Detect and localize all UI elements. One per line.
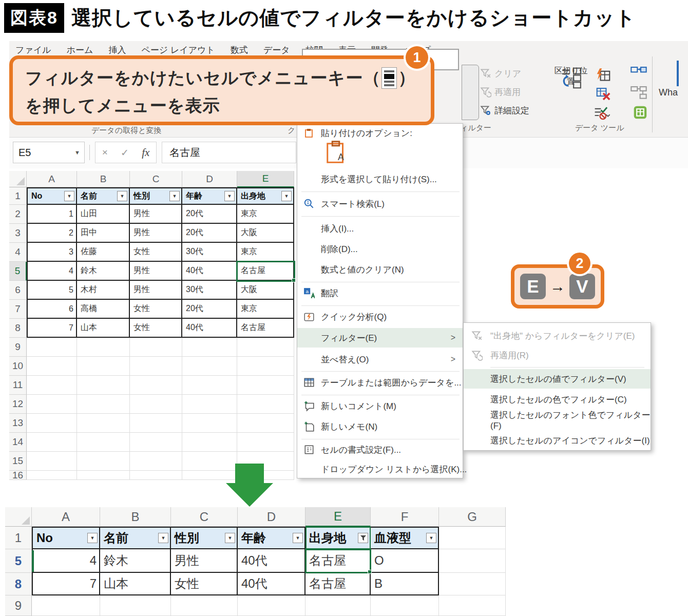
- menu-item-sort[interactable]: 並べ替え(O) >: [297, 350, 463, 369]
- row-header-selected[interactable]: 5: [9, 262, 27, 281]
- column-header-a[interactable]: A: [32, 507, 100, 527]
- cell[interactable]: [130, 395, 182, 414]
- cell[interactable]: [237, 414, 294, 433]
- menu-item-format-cells[interactable]: セルの書式設定(F)...: [297, 441, 463, 458]
- tab-formulas[interactable]: 数式: [231, 44, 248, 56]
- cell[interactable]: 女性: [130, 300, 182, 319]
- cell[interactable]: [171, 595, 238, 616]
- select-all-corner[interactable]: [9, 171, 27, 187]
- menu-item-paste-special[interactable]: 形式を選択して貼り付け(S)...: [297, 170, 463, 188]
- filter-dropdown-button[interactable]: ▼: [426, 533, 436, 543]
- filter-dropdown-button[interactable]: ▼: [117, 191, 127, 201]
- submenu-item-clear-filter[interactable]: "出身地" からフィルターをクリア(E): [464, 326, 651, 345]
- column-header-d[interactable]: D: [238, 507, 305, 527]
- cell[interactable]: [77, 357, 130, 376]
- column-header-b[interactable]: B: [77, 171, 130, 187]
- header-cell[interactable]: 性別▼: [130, 187, 182, 205]
- cell[interactable]: 田中: [77, 224, 130, 243]
- cell[interactable]: 4: [32, 549, 100, 573]
- cell[interactable]: 20代: [182, 224, 237, 243]
- cell[interactable]: 40代: [182, 319, 237, 338]
- cell[interactable]: [371, 595, 439, 616]
- row-header[interactable]: 9: [9, 338, 27, 357]
- cell[interactable]: 大阪: [237, 281, 294, 300]
- cell[interactable]: [130, 357, 182, 376]
- cell[interactable]: [27, 376, 77, 395]
- remove-duplicates-icon[interactable]: [596, 86, 611, 104]
- cell[interactable]: [439, 549, 506, 573]
- cell[interactable]: [130, 376, 182, 395]
- header-cell[interactable]: No▼: [32, 527, 100, 549]
- cell[interactable]: [130, 338, 182, 357]
- filter-dropdown-button[interactable]: ▼: [87, 533, 98, 543]
- cell[interactable]: 男性: [130, 262, 182, 281]
- row-header-1[interactable]: 1: [5, 527, 32, 549]
- cell[interactable]: 女性: [130, 319, 182, 338]
- cell[interactable]: [238, 595, 305, 616]
- data-model-icon[interactable]: [633, 105, 648, 122]
- cancel-icon[interactable]: ×: [102, 147, 108, 158]
- relationships-icon[interactable]: [630, 85, 647, 103]
- reapply-filter-button[interactable]: 再適用: [480, 84, 537, 100]
- cell[interactable]: [32, 595, 100, 616]
- tab-data[interactable]: データ: [263, 44, 290, 56]
- cell[interactable]: [237, 357, 294, 376]
- select-all-corner[interactable]: [5, 507, 32, 527]
- cell[interactable]: [130, 471, 182, 480]
- cell[interactable]: 5: [27, 281, 77, 300]
- cell[interactable]: [439, 573, 506, 595]
- header-cell[interactable]: 血液型▼: [371, 527, 439, 549]
- cell[interactable]: [130, 452, 182, 471]
- column-header-e[interactable]: E: [305, 507, 371, 527]
- cell[interactable]: 東京: [237, 205, 294, 224]
- cell-selected[interactable]: 名古屋: [305, 549, 371, 573]
- submenu-item-reapply[interactable]: 再適用(R): [464, 345, 651, 365]
- data-validation-icon[interactable]: [594, 106, 611, 123]
- filter-toggle-button-partial[interactable]: [462, 65, 479, 120]
- flash-fill-icon[interactable]: [596, 68, 611, 85]
- cell[interactable]: [130, 414, 182, 433]
- row-header[interactable]: 4: [9, 243, 27, 262]
- row-header[interactable]: 8: [9, 319, 27, 338]
- cell[interactable]: 男性: [130, 224, 182, 243]
- cell[interactable]: 山本: [100, 573, 171, 595]
- header-cell[interactable]: 名前▼: [77, 187, 130, 205]
- cell[interactable]: [27, 414, 77, 433]
- cell[interactable]: 名古屋: [237, 319, 294, 338]
- row-header[interactable]: 15: [9, 452, 27, 471]
- header-cell[interactable]: No▼: [27, 187, 77, 205]
- paste-option-button[interactable]: A: [326, 140, 346, 166]
- cell[interactable]: 1: [27, 205, 77, 224]
- tab-insert[interactable]: 挿入: [108, 44, 126, 56]
- row-header[interactable]: 6: [9, 281, 27, 300]
- cell[interactable]: 4: [27, 262, 77, 281]
- cell[interactable]: 40代: [238, 573, 305, 595]
- cell[interactable]: 30代: [182, 243, 237, 262]
- cell[interactable]: [77, 414, 130, 433]
- row-header[interactable]: 2: [9, 205, 27, 224]
- cell[interactable]: 女性: [171, 573, 238, 595]
- tab-home[interactable]: ホーム: [67, 44, 93, 56]
- cell[interactable]: 7: [32, 573, 100, 595]
- cell[interactable]: [237, 395, 294, 414]
- cell[interactable]: 男性: [130, 205, 182, 224]
- clear-filter-button[interactable]: クリア: [480, 66, 537, 81]
- cell[interactable]: [77, 376, 130, 395]
- cell[interactable]: [100, 595, 171, 616]
- row-header[interactable]: 12: [9, 395, 27, 414]
- cell[interactable]: 7: [27, 319, 77, 338]
- cell[interactable]: [182, 395, 237, 414]
- enter-icon[interactable]: ✓: [121, 147, 129, 159]
- menu-item-new-comment[interactable]: 新しいコメント(M): [297, 397, 463, 415]
- filter-applied-button[interactable]: [358, 533, 368, 543]
- header-cell[interactable]: 年齢▼: [182, 187, 237, 205]
- menu-item-new-note[interactable]: 新しいメモ(N): [297, 417, 463, 436]
- submenu-item-filter-by-color[interactable]: 選択したセルの色でフィルター(C): [464, 390, 651, 409]
- menu-item-insert[interactable]: 挿入(I)...: [297, 219, 463, 238]
- cell[interactable]: 鈴木: [77, 262, 130, 281]
- filter-dropdown-button[interactable]: ▼: [224, 191, 235, 201]
- row-header[interactable]: 3: [9, 224, 27, 243]
- cell[interactable]: [182, 414, 237, 433]
- cell[interactable]: 3: [27, 243, 77, 262]
- cell[interactable]: 木村: [77, 281, 130, 300]
